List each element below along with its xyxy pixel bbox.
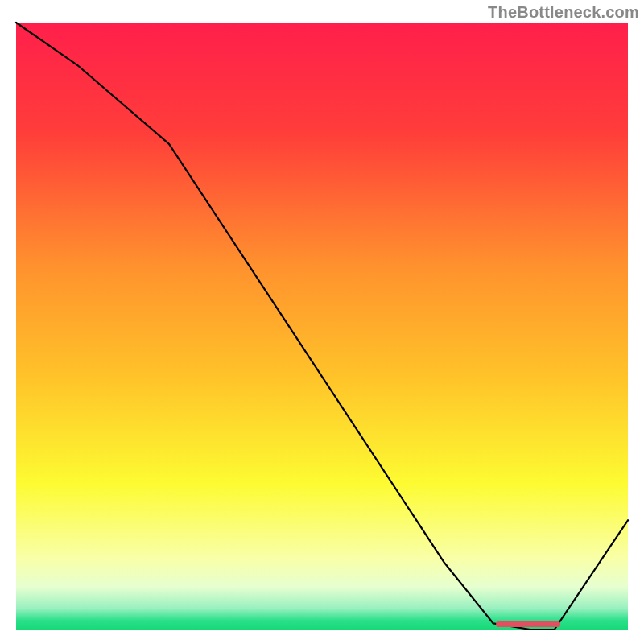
svg-rect-0 [16, 23, 628, 630]
bottleneck-chart [11, 18, 633, 638]
valley-marker [496, 621, 560, 627]
